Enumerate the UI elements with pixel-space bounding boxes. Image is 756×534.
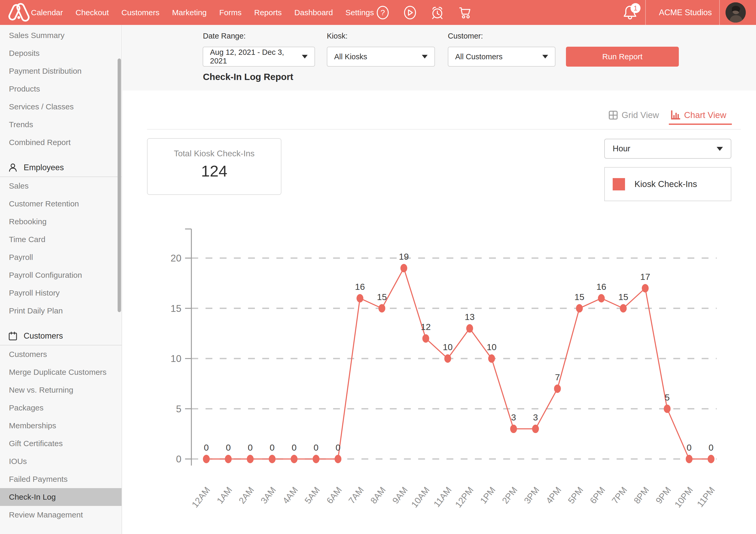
data-point-label: 5: [665, 393, 670, 402]
nav-item-forms[interactable]: Forms: [219, 8, 241, 17]
sidebar-item-ious[interactable]: IOUs: [0, 452, 122, 470]
alarm-clock-icon[interactable]: [430, 6, 444, 19]
data-point[interactable]: [379, 304, 385, 313]
sidebar-item-services-classes[interactable]: Services / Classes: [0, 98, 122, 116]
data-point-label: 3: [533, 412, 538, 422]
data-point[interactable]: [422, 334, 429, 343]
sidebar-item-failed-payments[interactable]: Failed Payments: [0, 470, 122, 488]
data-point[interactable]: [708, 455, 715, 463]
tab-grid-view[interactable]: Grid View: [608, 110, 659, 120]
data-point[interactable]: [247, 455, 254, 463]
data-point[interactable]: [445, 354, 451, 363]
avatar[interactable]: [726, 2, 746, 23]
vagaro-logo-icon[interactable]: [6, 2, 31, 23]
data-point[interactable]: [620, 304, 627, 313]
sidebar-item-merge-duplicate-customers[interactable]: Merge Duplicate Customers: [0, 363, 122, 381]
x-tick-label: 12PM: [453, 485, 475, 509]
data-point[interactable]: [576, 304, 583, 313]
nav-item-checkout[interactable]: Checkout: [76, 8, 109, 17]
sidebar-item-payment-distribution[interactable]: Payment Distribution: [0, 62, 122, 80]
play-video-icon[interactable]: [403, 6, 417, 19]
sidebar-item-memberships[interactable]: Memberships: [0, 417, 122, 435]
help-icon[interactable]: ?: [376, 6, 390, 19]
x-tick-label: 3PM: [522, 485, 541, 505]
sidebar-item-time-card[interactable]: Time Card: [0, 231, 122, 248]
y-tick-label: 0: [176, 454, 181, 465]
sidebar-item-trends[interactable]: Trends: [0, 116, 122, 134]
data-point-label: 0: [204, 443, 209, 452]
nav-item-dashboard[interactable]: Dashboard: [294, 8, 333, 17]
data-point[interactable]: [598, 294, 605, 302]
x-tick-label: 11PM: [695, 485, 716, 509]
total-checkins-value: 124: [148, 162, 281, 180]
chart-legend: Kiosk Check-Ins: [604, 167, 731, 201]
sidebar-item-products[interactable]: Products: [0, 80, 122, 98]
total-checkins-card: Total Kiosk Check-Ins 124: [147, 138, 282, 195]
date-range-label: Date Range:: [203, 32, 246, 40]
nav-separator: [719, 0, 720, 25]
data-point[interactable]: [664, 405, 671, 413]
sidebar-item-customers[interactable]: Customers: [0, 345, 122, 363]
sidebar-item-new-vs-returning[interactable]: New vs. Returning: [0, 381, 122, 399]
data-point[interactable]: [466, 324, 473, 333]
sidebar-item-gift-certificates[interactable]: Gift Certificates: [0, 435, 122, 452]
legend-swatch: [613, 178, 625, 191]
sidebar-item-packages[interactable]: Packages: [0, 399, 122, 417]
nav-item-calendar[interactable]: Calendar: [31, 8, 63, 17]
business-name[interactable]: ACME Studios: [653, 0, 718, 25]
data-point[interactable]: [357, 294, 363, 302]
tab-chart-view-label: Chart View: [684, 110, 726, 120]
data-point[interactable]: [400, 264, 407, 272]
data-point[interactable]: [642, 284, 649, 292]
sidebar-item-rebooking[interactable]: Rebooking: [0, 213, 122, 231]
data-point[interactable]: [532, 425, 539, 433]
sidebar-item-sales-summary[interactable]: Sales Summary: [0, 27, 122, 44]
nav-item-reports[interactable]: Reports: [254, 8, 282, 17]
data-point-label: 0: [314, 443, 319, 452]
customer-label: Customer:: [448, 32, 483, 40]
sidebar-item-payroll[interactable]: Payroll: [0, 248, 122, 266]
data-point[interactable]: [510, 425, 517, 433]
data-point[interactable]: [488, 354, 495, 363]
nav-item-marketing[interactable]: Marketing: [172, 8, 207, 17]
interval-select[interactable]: Hour: [604, 139, 731, 159]
data-point[interactable]: [554, 385, 561, 393]
sidebar-item-check-in-log[interactable]: Check-In Log: [0, 488, 122, 506]
data-point[interactable]: [291, 455, 297, 463]
run-report-button[interactable]: Run Report: [566, 47, 679, 66]
sidebar-item-deposits[interactable]: Deposits: [0, 44, 122, 62]
data-point[interactable]: [312, 455, 319, 463]
data-point[interactable]: [269, 455, 276, 463]
sidebar-section-customers: Customers: [0, 327, 122, 345]
tab-grid-view-label: Grid View: [622, 110, 659, 120]
sidebar-item-payroll-history[interactable]: Payroll History: [0, 284, 122, 302]
nav-icon-group: ?: [376, 0, 472, 25]
nav-item-settings[interactable]: Settings: [345, 8, 374, 17]
reports-sidebar: Sales SummaryDepositsPayment Distributio…: [0, 25, 122, 534]
data-point[interactable]: [225, 455, 232, 463]
x-tick-label: 6AM: [324, 485, 344, 505]
chevron-down-icon: [716, 147, 723, 151]
kiosk-select[interactable]: All Kiosks: [327, 47, 435, 66]
interval-value: Hour: [613, 144, 630, 153]
sidebar-item-payroll-configuration[interactable]: Payroll Configuration: [0, 266, 122, 284]
customer-select[interactable]: All Customers: [448, 47, 555, 66]
sidebar-scrollbar[interactable]: [118, 59, 121, 312]
sidebar-item-review-management[interactable]: Review Management: [0, 506, 122, 524]
tab-chart-view[interactable]: Chart View: [670, 110, 726, 120]
data-point[interactable]: [686, 455, 692, 463]
sidebar-item-sales[interactable]: Sales: [0, 177, 122, 195]
x-tick-label: 3AM: [258, 485, 278, 505]
notification-bell-icon[interactable]: 1: [623, 5, 641, 21]
nav-item-customers[interactable]: Customers: [122, 8, 160, 17]
sidebar-item-customer-retention[interactable]: Customer Retention: [0, 195, 122, 213]
data-point-label: 16: [596, 282, 607, 292]
kiosk-value: All Kiosks: [334, 52, 367, 61]
sidebar-item-print-daily-plan[interactable]: Print Daily Plan: [0, 302, 122, 320]
data-point[interactable]: [203, 455, 210, 463]
shopping-cart-icon[interactable]: [458, 6, 472, 19]
calendar-icon: [8, 331, 18, 341]
sidebar-item-combined-report[interactable]: Combined Report: [0, 134, 122, 151]
date-range-select[interactable]: Aug 12, 2021 - Dec 3, 2021: [202, 47, 315, 66]
data-point[interactable]: [335, 455, 341, 463]
